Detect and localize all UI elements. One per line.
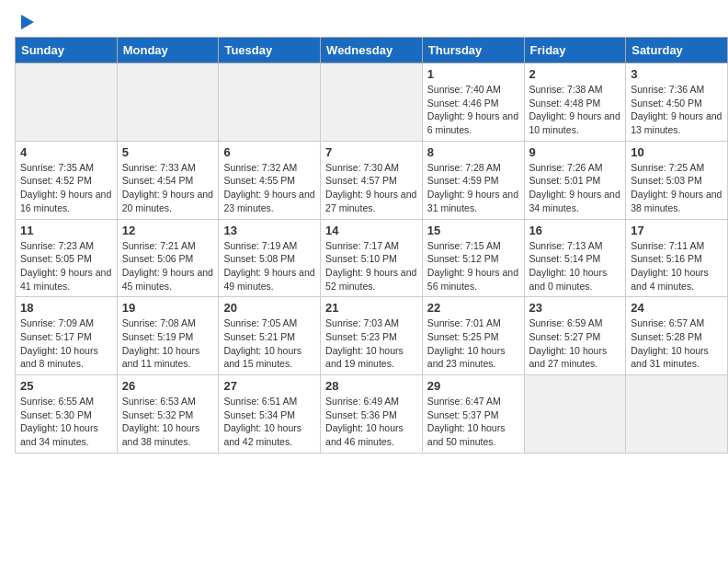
day-info: Sunrise: 7:05 AM Sunset: 5:21 PM Dayligh… [223,316,315,371]
calendar-cell: 16Sunrise: 7:13 AM Sunset: 5:14 PM Dayli… [524,219,626,297]
calendar-cell [626,375,728,454]
calendar-week-row: 18Sunrise: 7:09 AM Sunset: 5:17 PM Dayli… [16,297,728,375]
day-number: 19 [122,301,214,315]
calendar-cell: 24Sunrise: 6:57 AM Sunset: 5:28 PM Dayli… [626,297,728,375]
day-info: Sunrise: 6:47 AM Sunset: 5:37 PM Dayligh… [427,395,519,449]
day-info: Sunrise: 7:26 AM Sunset: 5:01 PM Dayligh… [529,161,621,215]
calendar-cell: 12Sunrise: 7:21 AM Sunset: 5:06 PM Dayli… [117,219,219,297]
day-info: Sunrise: 6:55 AM Sunset: 5:30 PM Dayligh… [20,395,112,449]
day-number: 22 [427,301,519,315]
day-info: Sunrise: 6:53 AM Sunset: 5:32 PM Dayligh… [122,395,214,449]
calendar-cell [117,63,219,142]
day-info: Sunrise: 6:51 AM Sunset: 5:34 PM Dayligh… [223,395,315,449]
calendar-cell: 21Sunrise: 7:03 AM Sunset: 5:23 PM Dayli… [321,297,423,375]
day-number: 10 [631,145,722,159]
calendar-cell [219,63,321,142]
day-number: 17 [631,224,722,237]
calendar-cell: 19Sunrise: 7:08 AM Sunset: 5:19 PM Dayli… [117,297,219,375]
day-number: 27 [223,379,315,393]
day-number: 6 [223,145,315,159]
day-number: 24 [631,301,722,315]
calendar-cell: 11Sunrise: 7:23 AM Sunset: 5:05 PM Dayli… [16,219,118,297]
calendar-cell: 13Sunrise: 7:19 AM Sunset: 5:08 PM Dayli… [219,219,321,297]
calendar-header-thursday: Thursday [422,38,524,63]
calendar-cell: 20Sunrise: 7:05 AM Sunset: 5:21 PM Dayli… [219,297,321,375]
day-info: Sunrise: 7:19 AM Sunset: 5:08 PM Dayligh… [223,239,315,293]
calendar-header-monday: Monday [117,38,219,63]
day-number: 1 [427,67,519,81]
calendar-header-row: SundayMondayTuesdayWednesdayThursdayFrid… [16,38,728,63]
day-number: 11 [20,224,112,237]
day-number: 12 [122,224,214,237]
day-info: Sunrise: 7:40 AM Sunset: 4:46 PM Dayligh… [427,83,519,137]
day-number: 2 [529,67,621,81]
calendar-cell: 26Sunrise: 6:53 AM Sunset: 5:32 PM Dayli… [117,375,219,454]
day-info: Sunrise: 7:03 AM Sunset: 5:23 PM Dayligh… [325,316,417,371]
day-number: 5 [122,145,214,159]
calendar-cell [16,63,118,142]
calendar-cell: 22Sunrise: 7:01 AM Sunset: 5:25 PM Dayli… [422,297,524,375]
day-info: Sunrise: 6:59 AM Sunset: 5:27 PM Dayligh… [529,316,621,371]
logo-arrow-icon [21,15,34,29]
day-number: 25 [20,379,112,393]
day-number: 23 [529,301,621,315]
calendar-header-wednesday: Wednesday [321,38,423,63]
calendar-cell: 14Sunrise: 7:17 AM Sunset: 5:10 PM Dayli… [321,219,423,297]
day-number: 14 [325,224,417,237]
calendar-cell: 2Sunrise: 7:38 AM Sunset: 4:48 PM Daylig… [524,63,626,142]
day-number: 3 [631,67,722,81]
day-number: 15 [427,224,519,237]
day-info: Sunrise: 6:49 AM Sunset: 5:36 PM Dayligh… [325,395,417,449]
calendar-cell: 9Sunrise: 7:26 AM Sunset: 5:01 PM Daylig… [524,141,626,219]
day-info: Sunrise: 7:09 AM Sunset: 5:17 PM Dayligh… [20,316,112,371]
calendar-cell: 4Sunrise: 7:35 AM Sunset: 4:52 PM Daylig… [16,141,118,219]
calendar-cell: 1Sunrise: 7:40 AM Sunset: 4:46 PM Daylig… [422,63,524,142]
day-number: 4 [20,145,112,159]
calendar-cell: 25Sunrise: 6:55 AM Sunset: 5:30 PM Dayli… [16,375,118,454]
calendar-cell: 27Sunrise: 6:51 AM Sunset: 5:34 PM Dayli… [219,375,321,454]
day-number: 20 [223,301,315,315]
calendar-cell: 28Sunrise: 6:49 AM Sunset: 5:36 PM Dayli… [321,375,423,454]
calendar-wrap: SundayMondayTuesdayWednesdayThursdayFrid… [0,37,728,461]
day-number: 26 [122,379,214,393]
day-info: Sunrise: 6:57 AM Sunset: 5:28 PM Dayligh… [631,316,722,371]
day-info: Sunrise: 7:28 AM Sunset: 4:59 PM Dayligh… [427,161,519,215]
day-info: Sunrise: 7:36 AM Sunset: 4:50 PM Dayligh… [631,83,722,137]
calendar-week-row: 11Sunrise: 7:23 AM Sunset: 5:05 PM Dayli… [16,219,728,297]
calendar-week-row: 1Sunrise: 7:40 AM Sunset: 4:46 PM Daylig… [16,63,728,142]
day-info: Sunrise: 7:38 AM Sunset: 4:48 PM Dayligh… [529,83,621,137]
day-number: 28 [325,379,417,393]
calendar-cell: 3Sunrise: 7:36 AM Sunset: 4:50 PM Daylig… [626,63,728,142]
calendar-cell: 10Sunrise: 7:25 AM Sunset: 5:03 PM Dayli… [626,141,728,219]
logo [18,15,34,29]
calendar-header-sunday: Sunday [16,38,118,63]
day-info: Sunrise: 7:21 AM Sunset: 5:06 PM Dayligh… [122,239,214,293]
day-number: 13 [223,224,315,237]
calendar-week-row: 4Sunrise: 7:35 AM Sunset: 4:52 PM Daylig… [16,141,728,219]
day-info: Sunrise: 7:11 AM Sunset: 5:16 PM Dayligh… [631,239,722,293]
calendar-cell: 23Sunrise: 6:59 AM Sunset: 5:27 PM Dayli… [524,297,626,375]
day-info: Sunrise: 7:23 AM Sunset: 5:05 PM Dayligh… [20,239,112,293]
page-container: SundayMondayTuesdayWednesdayThursdayFrid… [0,0,728,461]
day-info: Sunrise: 7:08 AM Sunset: 5:19 PM Dayligh… [122,316,214,371]
day-number: 29 [427,379,519,393]
day-number: 8 [427,145,519,159]
calendar-cell: 29Sunrise: 6:47 AM Sunset: 5:37 PM Dayli… [422,375,524,454]
day-info: Sunrise: 7:15 AM Sunset: 5:12 PM Dayligh… [427,239,519,293]
calendar-cell: 15Sunrise: 7:15 AM Sunset: 5:12 PM Dayli… [422,219,524,297]
day-number: 7 [325,145,417,159]
day-info: Sunrise: 7:13 AM Sunset: 5:14 PM Dayligh… [529,239,621,293]
day-number: 21 [325,301,417,315]
calendar-cell: 17Sunrise: 7:11 AM Sunset: 5:16 PM Dayli… [626,219,728,297]
calendar-header-tuesday: Tuesday [219,38,321,63]
calendar-cell: 6Sunrise: 7:32 AM Sunset: 4:55 PM Daylig… [219,141,321,219]
day-number: 16 [529,224,621,237]
calendar-cell: 8Sunrise: 7:28 AM Sunset: 4:59 PM Daylig… [422,141,524,219]
day-number: 18 [20,301,112,315]
day-info: Sunrise: 7:01 AM Sunset: 5:25 PM Dayligh… [427,316,519,371]
day-info: Sunrise: 7:30 AM Sunset: 4:57 PM Dayligh… [325,161,417,215]
day-info: Sunrise: 7:35 AM Sunset: 4:52 PM Dayligh… [20,161,112,215]
calendar-table: SundayMondayTuesdayWednesdayThursdayFrid… [15,37,728,454]
calendar-cell [524,375,626,454]
calendar-cell: 18Sunrise: 7:09 AM Sunset: 5:17 PM Dayli… [16,297,118,375]
